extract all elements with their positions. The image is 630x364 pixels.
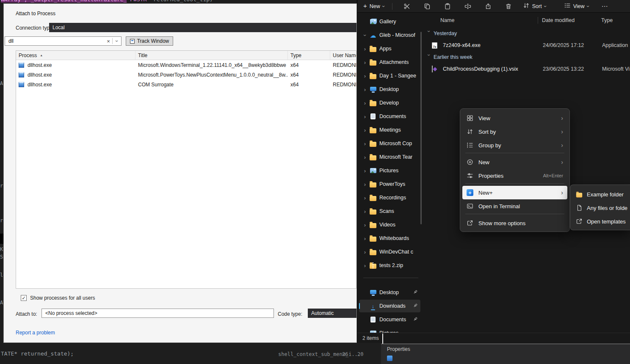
process-row[interactable]: dllhost.exe Microsoft.WindowsTerminal_1.… [16, 60, 356, 70]
chevron-right-icon[interactable]: › [362, 127, 368, 133]
menu-item-new[interactable]: New › [462, 155, 567, 169]
connection-type-label: Connection type: [16, 25, 54, 31]
sidebar-item-scans[interactable]: › Scans [359, 205, 420, 218]
application-icon [19, 72, 24, 77]
menu-item-new-plus[interactable]: + New+ › [462, 186, 567, 199]
chevron-right-icon[interactable]: › [362, 195, 368, 201]
chevron-right-icon[interactable]: › [362, 249, 368, 255]
desktop-icon [369, 289, 377, 296]
chevron-down-icon: › [426, 30, 432, 36]
menu-item-open-in-terminal[interactable]: Open in Terminal [462, 199, 567, 213]
chevron-down-icon[interactable]: › [114, 40, 120, 42]
sidebar-item-recordings[interactable]: › Recordings [359, 191, 420, 204]
cut-icon[interactable] [402, 1, 412, 11]
sidebar-item-powertoys[interactable]: › PowerToys [359, 178, 420, 190]
chevron-right-icon[interactable]: › [362, 154, 368, 160]
onedrive-icon: ☁ [369, 32, 377, 39]
chevron-right-icon[interactable]: › [362, 86, 368, 93]
submenu-item-any-files[interactable]: Any files or folde [572, 201, 630, 215]
menu-item-show-more-options[interactable]: Show more options [462, 216, 567, 230]
sidebar-item-meetings[interactable]: › Meetings [359, 124, 420, 136]
sidebar-item-tests-zip[interactable]: › tests 2.zip [359, 259, 420, 272]
chevron-right-icon[interactable]: › [362, 181, 368, 188]
chevron-right-icon: › [561, 142, 563, 149]
sidebar-item-windevchat[interactable]: › WinDevChat c [359, 245, 420, 258]
sidebar-item-documents[interactable]: › Documents [359, 110, 420, 123]
chevron-right-icon[interactable]: › [362, 141, 368, 147]
codelens-count: 20 [357, 351, 363, 357]
chevron-right-icon[interactable]: › [362, 113, 368, 120]
sidebar-item-documents-pinned[interactable]: Documents [359, 313, 420, 326]
process-row[interactable]: dllhost.exe COM Surrogate x64 REDMOND [16, 80, 356, 89]
process-row[interactable]: dllhost.exe Microsoft.PowerToys.NewPlusC… [16, 70, 356, 80]
view-button[interactable]: View › [561, 1, 592, 12]
connection-type-select[interactable]: Local [49, 23, 356, 32]
column-divider[interactable] [538, 17, 538, 24]
column-name[interactable]: Name [440, 17, 454, 23]
chevron-right-icon[interactable]: › [362, 73, 368, 79]
chevron-right-icon[interactable]: › [362, 208, 368, 215]
submenu-item-example-folder[interactable]: Example folder [572, 188, 630, 201]
group-header-earlier-this-week[interactable]: › Earlier this week [422, 52, 630, 63]
column-type[interactable]: Type [288, 51, 330, 60]
column-user-name[interactable]: User Name [330, 51, 356, 60]
sidebar-item-desktop-pinned[interactable]: Desktop [359, 286, 420, 299]
report-problem-link[interactable]: Report a problem [16, 330, 55, 336]
column-process[interactable]: Process ▲ [16, 51, 135, 60]
column-title[interactable]: Title [135, 51, 288, 60]
sidebar-item-attachments[interactable]: › Attachments [359, 56, 420, 69]
process-table-header: Process ▲ Title Type User Name [16, 51, 356, 60]
sidebar-item-pictures[interactable]: › Pictures [359, 164, 420, 177]
file-row-7z2409[interactable]: 7z 7z2409-x64.exe 24/06/2025 17:12 Appli… [422, 40, 630, 52]
chevron-right-icon[interactable]: › [362, 59, 368, 66]
sidebar-item-microsoft-tear[interactable]: › Microsoft Tear [359, 151, 420, 163]
document-icon [369, 113, 377, 120]
menu-item-group-by[interactable]: Group by › [462, 138, 567, 152]
code-type-select[interactable]: Automatic [308, 309, 356, 318]
sidebar-item-onedrive[interactable]: › ☁ Gleb - Microsof [359, 29, 420, 41]
sidebar-item-gallery[interactable]: Gallery [359, 15, 420, 28]
process-filter-input[interactable]: dll × › [5, 36, 122, 46]
chevron-right-icon[interactable]: › [362, 262, 368, 269]
process-table: Process ▲ Title Type User Name dllhost.e… [16, 50, 356, 289]
menu-item-view[interactable]: View › [462, 111, 567, 125]
submenu-item-open-templates[interactable]: Open templates [572, 215, 630, 228]
rename-icon[interactable] [463, 1, 473, 11]
show-all-users-checkbox[interactable]: ✓ [21, 295, 27, 301]
codelens-count: 26 [342, 351, 348, 357]
sidebar-item-microsoft-cop[interactable]: › Microsoft Cop [359, 137, 420, 150]
folder-icon [369, 72, 377, 79]
chevron-right-icon[interactable]: › [362, 235, 368, 242]
sort-icon [523, 2, 530, 10]
paste-icon[interactable] [442, 1, 453, 11]
sidebar-item-desktop[interactable]: › Desktop [359, 83, 420, 96]
sidebar-item-videos[interactable]: › Videos [359, 218, 420, 231]
clear-filter-icon[interactable]: × [105, 38, 112, 44]
copy-icon[interactable] [422, 1, 432, 11]
group-header-yesterday[interactable]: › Yesterday [422, 28, 630, 39]
chevron-right-icon[interactable]: › [362, 168, 368, 174]
menu-item-sort-by[interactable]: Sort by › [462, 125, 567, 138]
track-window-button[interactable]: Track Window [126, 36, 173, 46]
share-icon[interactable] [483, 1, 493, 11]
file-row-vsix[interactable]: ChildProcessDebugging (1).vsix 23/06/202… [422, 63, 630, 75]
column-date-modified[interactable]: Date modified [542, 17, 575, 23]
more-options-icon[interactable]: ⋯ [602, 3, 608, 10]
new-button[interactable]: + New › [360, 1, 388, 12]
sidebar-item-apps[interactable]: › Apps [359, 42, 420, 55]
chevron-right-icon[interactable]: › [362, 100, 368, 106]
sidebar-item-day1[interactable]: › Day 1 - Sangee [359, 69, 420, 82]
sidebar-item-whiteboards[interactable]: › Whiteboards [359, 232, 420, 245]
chevron-right-icon[interactable]: › [362, 222, 368, 228]
attach-to-input[interactable]: <No process selected> [41, 309, 274, 318]
delete-icon[interactable] [503, 1, 514, 11]
codelens-reference-label: shell_context_sub_menu_i... [278, 351, 361, 357]
column-type[interactable]: Type [601, 17, 613, 23]
menu-item-properties[interactable]: Properties Alt+Enter [462, 169, 567, 182]
folder-icon [369, 127, 377, 133]
chevron-down-icon[interactable]: › [362, 33, 368, 38]
sidebar-item-downloads-pinned[interactable]: ↓ Downloads [359, 300, 420, 312]
chevron-right-icon[interactable]: › [362, 46, 368, 52]
sort-button[interactable]: Sort › [519, 1, 550, 12]
sidebar-item-develop[interactable]: › Develop [359, 97, 420, 109]
